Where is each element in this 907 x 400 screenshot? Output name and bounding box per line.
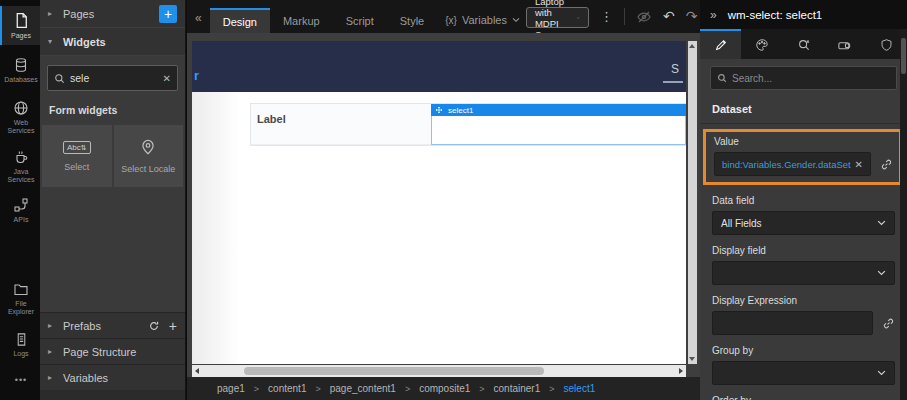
- sort-arrows-icon: ⇅: [81, 144, 87, 151]
- properties-scrollbar[interactable]: [900, 29, 907, 400]
- sidebar-item-more[interactable]: •••: [0, 369, 40, 390]
- variables-section-header[interactable]: ▸ Variables: [40, 364, 185, 390]
- scroll-right-icon[interactable]: [679, 368, 683, 374]
- properties-tabs: [700, 29, 907, 59]
- select-widget-body[interactable]: [431, 116, 686, 145]
- breadcrumb-item-current[interactable]: select1: [564, 383, 596, 394]
- chevron-down-icon: ▾: [48, 37, 56, 46]
- prefabs-section-header[interactable]: ▸ Prefabs +: [40, 312, 185, 338]
- tab-design[interactable]: Design: [210, 8, 270, 33]
- variables-dropdown[interactable]: {x} Variables: [445, 14, 520, 26]
- canvas-horizontal-scrollbar[interactable]: [192, 365, 686, 377]
- page-structure-section-header[interactable]: ▸ Page Structure: [40, 338, 185, 364]
- sidebar-item-web-services[interactable]: Web Services: [0, 94, 40, 141]
- pages-section-header[interactable]: ▸ Pages +: [40, 0, 185, 28]
- scroll-up-icon[interactable]: [689, 44, 695, 48]
- undo-icon[interactable]: ↶: [663, 11, 675, 22]
- kebab-menu-icon[interactable]: ⋮: [600, 9, 613, 24]
- chevron-down-icon: [512, 17, 520, 23]
- clear-binding-icon[interactable]: ✕: [855, 159, 863, 170]
- java-services-icon: [13, 149, 29, 165]
- sidebar-item-pages[interactable]: Pages: [0, 6, 40, 45]
- chevron-right-icon: ▸: [48, 347, 56, 356]
- tab-styles[interactable]: [741, 29, 782, 59]
- canvas-vertical-scrollbar[interactable]: [688, 41, 697, 364]
- add-prefab-icon[interactable]: +: [169, 319, 177, 333]
- sidebar-item-apis[interactable]: APIs: [0, 191, 40, 229]
- breadcrumb-separator: >: [479, 384, 484, 394]
- sidebar-item-databases[interactable]: Databases: [0, 51, 40, 89]
- chevron-down-icon: [877, 370, 886, 376]
- properties-panel-header: » wm-select: select1: [700, 0, 907, 29]
- sidebar-item-label: Java Services: [2, 168, 40, 185]
- add-page-button[interactable]: +: [159, 5, 177, 23]
- widget-card-select-locale[interactable]: Select Locale: [114, 125, 184, 187]
- redo-icon[interactable]: ↷: [686, 11, 698, 22]
- sidebar-item-java-services[interactable]: Java Services: [0, 143, 40, 190]
- widgets-section-label: Widgets: [63, 36, 106, 48]
- scroll-down-icon[interactable]: [689, 357, 695, 361]
- activity-bar: Pages Databases Web Services Java Servic…: [0, 0, 40, 400]
- select-locale-icon: [139, 138, 157, 156]
- breadcrumb-item[interactable]: page_content1: [330, 383, 396, 394]
- clear-search-icon[interactable]: ✕: [163, 73, 171, 84]
- sidebar-item-logs[interactable]: Logs: [0, 326, 40, 363]
- widget-card-select[interactable]: Abc⇅ Select: [42, 125, 112, 187]
- properties-search-input[interactable]: [732, 73, 890, 84]
- breadcrumb-item[interactable]: page1: [217, 383, 245, 394]
- tab-script[interactable]: Script: [333, 8, 387, 33]
- move-icon: [435, 106, 443, 114]
- value-bind-input[interactable]: [722, 159, 851, 170]
- chevron-down-icon: [577, 15, 580, 21]
- refresh-icon[interactable]: [148, 320, 160, 332]
- app-title-fragment: r: [194, 68, 199, 83]
- tab-markup[interactable]: Markup: [270, 8, 333, 33]
- bind-link-icon[interactable]: [880, 158, 893, 171]
- properties-scroll-thumb[interactable]: [901, 38, 906, 74]
- apis-icon: [13, 197, 29, 213]
- label-widget[interactable]: Label: [251, 104, 431, 145]
- select1-widget[interactable]: select1: [431, 104, 686, 145]
- widget-search-input[interactable]: [70, 72, 158, 84]
- tab-events[interactable]: [783, 29, 824, 59]
- sidebar-item-label: File Explorer: [2, 300, 40, 317]
- data-field-select[interactable]: All Fields: [712, 211, 895, 235]
- device-selector[interactable]: Laptop with MDPI Screen: [526, 7, 589, 28]
- tab-style[interactable]: Style: [387, 8, 437, 33]
- bind-link-icon[interactable]: [882, 317, 895, 330]
- design-canvas[interactable]: r S Label select1: [187, 33, 700, 377]
- header-link-underline: [663, 81, 683, 83]
- display-expression-input[interactable]: [720, 318, 865, 329]
- tab-device[interactable]: [824, 29, 865, 59]
- form-widgets-title: Form widgets: [40, 99, 185, 125]
- pencil-icon: [714, 38, 728, 52]
- collapse-properties-icon[interactable]: »: [710, 8, 717, 22]
- eye-off-icon[interactable]: [636, 9, 652, 25]
- widget-selection-header[interactable]: select1: [431, 104, 686, 116]
- breadcrumb-separator: >: [315, 384, 320, 394]
- page-structure-section-label: Page Structure: [63, 346, 136, 358]
- widget-search-box: ✕: [47, 65, 178, 91]
- properties-panel: » wm-select: select1: [700, 0, 907, 400]
- data-field-label: Data field: [712, 195, 895, 206]
- scroll-left-icon[interactable]: [195, 368, 199, 374]
- properties-search-box: [710, 66, 897, 90]
- display-field-select[interactable]: [712, 261, 895, 285]
- search-icon: [717, 73, 727, 83]
- tab-properties[interactable]: [700, 29, 741, 59]
- form-row: Label select1: [250, 103, 686, 146]
- group-by-select[interactable]: [712, 361, 895, 385]
- sidebar-item-file-explorer[interactable]: File Explorer: [0, 275, 40, 322]
- value-bind-input-box: ✕: [714, 152, 871, 176]
- breadcrumb-separator: >: [549, 384, 554, 394]
- breadcrumb-item[interactable]: content1: [268, 383, 306, 394]
- widgets-body: ✕ Form widgets Abc⇅ Select Select Locale: [40, 56, 185, 312]
- breadcrumb-item[interactable]: composite1: [419, 383, 470, 394]
- widgets-section-header[interactable]: ▾ Widgets: [40, 28, 185, 56]
- collapse-panel-icon[interactable]: «: [195, 11, 202, 25]
- horizontal-scroll-thumb[interactable]: [244, 367, 544, 375]
- display-expression-label: Display Expression: [712, 295, 895, 306]
- widget-card-label: Select: [64, 162, 89, 172]
- breadcrumb-item[interactable]: container1: [494, 383, 541, 394]
- breadcrumb-separator: >: [254, 384, 259, 394]
